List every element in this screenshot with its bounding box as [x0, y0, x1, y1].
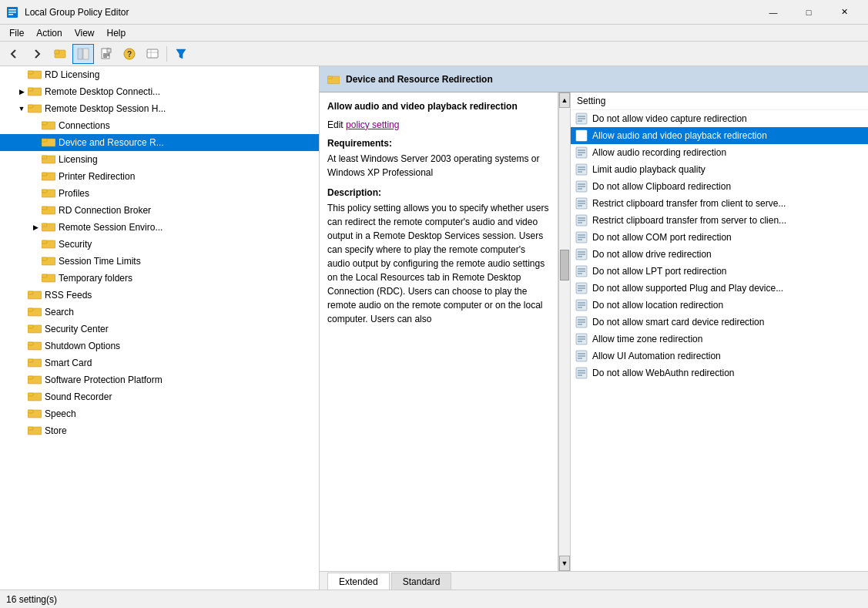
- tree-item-rss-feeds[interactable]: RSS Feeds: [0, 287, 319, 304]
- title-bar: Local Group Policy Editor — □ ✕: [0, 0, 868, 25]
- folder-icon-search: [28, 306, 42, 319]
- tree-item-security[interactable]: Security: [0, 236, 319, 253]
- tree-item-rd-licensing[interactable]: RD Licensing: [0, 66, 319, 83]
- tree-item-session-time-limits[interactable]: Session Time Limits: [0, 253, 319, 270]
- scroll-thumb[interactable]: [560, 250, 569, 280]
- tree-item-rd-connection-broker[interactable]: RD Connection Broker: [0, 202, 319, 219]
- tree-item-remote-desktop-connection[interactable]: Remote Desktop Connecti...: [0, 83, 319, 100]
- bottom-tabs: ExtendedStandard: [320, 571, 868, 590]
- setting-row-no-plug-play[interactable]: Do not allow supported Plug and Play dev…: [571, 280, 868, 297]
- svg-rect-7: [83, 49, 89, 59]
- tree-label-device-resource: Device and Resource R...: [59, 137, 164, 148]
- up-button[interactable]: [49, 44, 71, 64]
- svg-rect-20: [28, 71, 33, 74]
- setting-icon-no-drive: [575, 248, 588, 260]
- tree-item-licensing[interactable]: Licensing: [0, 151, 319, 168]
- filter-button[interactable]: [170, 44, 192, 64]
- setting-icon-limit-audio-quality: [575, 163, 588, 176]
- menu-bar: File Action View Help: [0, 25, 868, 42]
- desc-scrollbar[interactable]: ▲ ▼: [558, 92, 571, 571]
- description-panel: Allow audio and video playback redirecti…: [320, 92, 558, 571]
- svg-rect-40: [42, 240, 47, 244]
- tree-label-printer-redirection: Printer Redirection: [59, 171, 135, 182]
- right-content: Allow audio and video playback redirecti…: [320, 92, 868, 571]
- tree-item-software-protection[interactable]: Software Protection Platform: [0, 371, 319, 388]
- svg-rect-56: [28, 376, 33, 379]
- setting-icon-no-clipboard: [575, 180, 588, 193]
- tree-label-shutdown-options: Shutdown Options: [45, 341, 120, 351]
- tree-label-search: Search: [45, 307, 74, 317]
- folder-icon-profiles: [42, 187, 55, 200]
- forward-button[interactable]: [26, 44, 48, 64]
- tree-item-smart-card[interactable]: Smart Card: [0, 354, 319, 371]
- tab-standard[interactable]: Standard: [391, 573, 452, 590]
- scroll-up-arrow[interactable]: ▲: [559, 92, 570, 108]
- setting-text-allow-timezone: Allow time zone redirection: [592, 334, 702, 344]
- tree-item-remote-session-environ[interactable]: Remote Session Enviro...: [0, 219, 319, 236]
- tree-item-remote-desktop-session[interactable]: Remote Desktop Session H...: [0, 100, 319, 117]
- setting-row-no-com-port[interactable]: Do not allow COM port redirection: [571, 229, 868, 246]
- tree-item-speech[interactable]: Speech: [0, 405, 319, 422]
- tree-label-speech: Speech: [45, 408, 76, 419]
- folder-icon-connections: [42, 119, 55, 133]
- setting-row-allow-timezone[interactable]: Allow time zone redirection: [571, 331, 868, 348]
- setting-row-allow-audio-recording[interactable]: Allow audio recording redirection: [571, 144, 868, 161]
- setting-row-no-webauthn[interactable]: Do not allow WebAuthn redirection: [571, 364, 868, 381]
- menu-file[interactable]: File: [3, 26, 30, 40]
- tree-item-sound-recorder[interactable]: Sound Recorder: [0, 388, 319, 405]
- svg-rect-9: [107, 49, 111, 52]
- setting-text-restrict-clipboard-server-client: Restrict clipboard transfer from server …: [592, 215, 786, 226]
- settings-panel[interactable]: Setting Do not allow video capture redir…: [571, 92, 868, 571]
- tree-item-store[interactable]: Store: [0, 422, 319, 439]
- scroll-down-arrow[interactable]: ▼: [559, 556, 570, 571]
- setting-row-allow-audio-video[interactable]: Allow audio and video playback redirecti…: [571, 127, 868, 144]
- tree-item-printer-redirection[interactable]: Printer Redirection: [0, 168, 319, 185]
- policy-setting-link[interactable]: policy setting: [346, 119, 399, 130]
- tab-extended[interactable]: Extended: [327, 573, 390, 590]
- menu-action[interactable]: Action: [30, 26, 68, 40]
- menu-help[interactable]: Help: [101, 26, 132, 40]
- setting-row-no-clipboard[interactable]: Do not allow Clipboard redirection: [571, 178, 868, 195]
- tree-item-shutdown-options[interactable]: Shutdown Options: [0, 338, 319, 354]
- setting-row-no-smart-card[interactable]: Do not allow smart card device redirecti…: [571, 314, 868, 331]
- tree-panel[interactable]: RD Licensing Remote Desktop Connecti... …: [0, 66, 320, 590]
- setting-row-limit-audio-quality[interactable]: Limit audio playback quality: [571, 161, 868, 178]
- menu-view[interactable]: View: [69, 26, 101, 40]
- setting-icon-no-com-port: [575, 231, 588, 244]
- tree-label-smart-card: Smart Card: [45, 358, 92, 368]
- tree-item-security-center[interactable]: Security Center: [0, 321, 319, 338]
- tree-item-temporary-folders[interactable]: Temporary folders: [0, 270, 319, 287]
- setting-row-no-drive[interactable]: Do not allow drive redirection: [571, 246, 868, 263]
- setting-row-no-lpt-port[interactable]: Do not allow LPT port redirection: [571, 263, 868, 280]
- help-button[interactable]: ?: [119, 44, 140, 64]
- close-button[interactable]: ✕: [826, 0, 862, 25]
- setting-row-no-video-capture[interactable]: Do not allow video capture redirection: [571, 110, 868, 127]
- view-button[interactable]: [142, 44, 163, 64]
- main-container: RD Licensing Remote Desktop Connecti... …: [0, 66, 868, 590]
- export-button[interactable]: [96, 44, 117, 64]
- setting-row-restrict-clipboard-client-server[interactable]: Restrict clipboard transfer from client …: [571, 195, 868, 212]
- chevron-remote-desktop-connection[interactable]: [17, 87, 26, 96]
- tree-label-remote-desktop-connection: Remote Desktop Connecti...: [45, 86, 160, 97]
- setting-icon-allow-timezone: [575, 333, 588, 345]
- tree-item-profiles[interactable]: Profiles: [0, 185, 319, 202]
- tree-item-search[interactable]: Search: [0, 304, 319, 321]
- tree-item-device-resource[interactable]: Device and Resource R...: [0, 134, 319, 151]
- svg-rect-62: [28, 427, 33, 430]
- show-hide-button[interactable]: [72, 44, 94, 64]
- minimize-button[interactable]: —: [756, 0, 791, 25]
- tree-label-licensing: Licensing: [59, 154, 98, 165]
- chevron-remote-desktop-session[interactable]: [17, 104, 26, 113]
- setting-row-allow-ui-automation[interactable]: Allow UI Automation redirection: [571, 348, 868, 364]
- setting-row-restrict-clipboard-server-client[interactable]: Restrict clipboard transfer from server …: [571, 212, 868, 229]
- chevron-remote-session-environ[interactable]: [31, 223, 40, 232]
- svg-rect-2: [8, 12, 16, 13]
- back-button[interactable]: [3, 44, 25, 64]
- folder-icon-remote-session-environ: [42, 221, 55, 234]
- setting-text-allow-audio-recording: Allow audio recording redirection: [592, 147, 726, 158]
- setting-row-no-location[interactable]: Do not allow location redirection: [571, 297, 868, 314]
- tree-label-store: Store: [45, 425, 67, 436]
- setting-icon-allow-audio-recording: [575, 146, 588, 159]
- maximize-button[interactable]: □: [791, 0, 826, 25]
- tree-item-connections[interactable]: Connections: [0, 117, 319, 134]
